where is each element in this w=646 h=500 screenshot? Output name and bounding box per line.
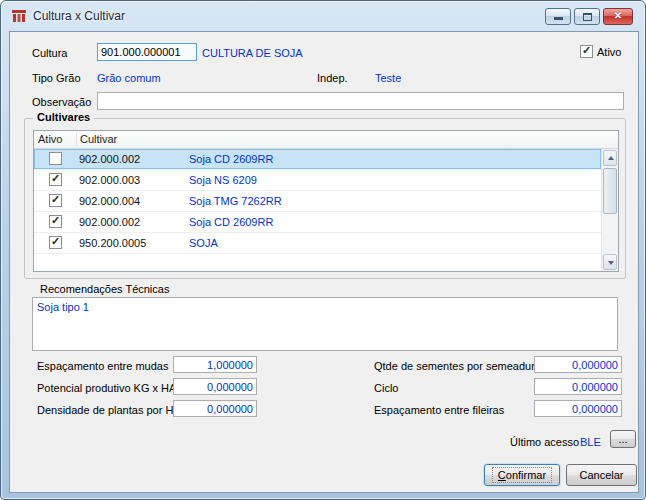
table-row[interactable]: 902.000.002 Soja CD 2609RR	[34, 149, 601, 170]
close-icon: ✕	[604, 10, 632, 21]
row-ativo-checkbox[interactable]	[49, 173, 62, 186]
recomendacoes-textarea[interactable]: Soja tipo 1	[32, 297, 618, 351]
maximize-icon	[583, 13, 592, 21]
close-button[interactable]: ✕	[603, 8, 633, 25]
window-title: Cultura x Cultivar	[33, 9, 125, 23]
qtde-sementes-label: Qtde de sementes por semeadura	[374, 360, 541, 372]
minimize-icon	[554, 17, 563, 20]
cultivar-code: 950.200.0005	[79, 237, 146, 249]
tipo-grao-label: Tipo Grão	[32, 72, 81, 84]
cultivar-code: 902.000.002	[79, 153, 140, 165]
table-row[interactable]: 950.200.0005 SOJA	[34, 233, 601, 254]
cultivares-grid-body: 902.000.002 Soja CD 2609RR 902.000.003 S…	[34, 149, 601, 271]
col-cultivar-header[interactable]: Cultivar	[80, 133, 117, 145]
row-ativo-checkbox[interactable]	[49, 152, 62, 165]
cultivares-groupbox: Cultivares Ativo Cultivar 902.000.002 So…	[24, 118, 626, 279]
ativo-checkbox[interactable]	[580, 45, 593, 58]
cultivar-name: SOJA	[189, 237, 218, 249]
cultivar-name: Soja NS 6209	[189, 174, 257, 186]
dialog-cultura-x-cultivar: Cultura x Cultivar ✕ Cultura CULTURA DE …	[0, 0, 646, 500]
ultimo-acesso-label: Último acesso	[510, 436, 579, 448]
espacamento-mudas-label: Espaçamento entre mudas	[37, 360, 168, 372]
potencial-produtivo-label: Potencial produtivo KG x HA	[37, 382, 176, 394]
densidade-plantas-input[interactable]	[173, 400, 257, 417]
cancel-button[interactable]: Cancelar	[566, 464, 637, 486]
tipo-grao-value: Grão comum	[97, 72, 161, 84]
app-icon	[11, 8, 27, 24]
grid-header: Ativo Cultivar	[34, 131, 618, 149]
dialog-body: Cultura CULTURA DE SOJA Ativo Tipo Grão …	[9, 31, 639, 493]
col-ativo-header[interactable]: Ativo	[38, 133, 62, 145]
header-separator	[76, 133, 77, 146]
potencial-produtivo-input[interactable]	[173, 378, 257, 395]
row-ativo-checkbox[interactable]	[49, 215, 62, 228]
scroll-up-button[interactable]	[603, 150, 617, 166]
cultura-label: Cultura	[32, 47, 67, 59]
maximize-button[interactable]	[574, 8, 600, 25]
vertical-scrollbar[interactable]	[601, 149, 618, 271]
row-ativo-checkbox[interactable]	[49, 236, 62, 249]
ativo-label: Ativo	[597, 46, 621, 58]
minimize-button[interactable]	[545, 8, 571, 25]
scroll-thumb[interactable]	[603, 168, 617, 214]
cultura-description: CULTURA DE SOJA	[202, 47, 303, 59]
ultimo-acesso-value: BLE	[580, 436, 601, 448]
observacao-label: Observação	[32, 96, 91, 108]
titlebar[interactable]: Cultura x Cultivar ✕	[1, 1, 645, 31]
densidade-plantas-label: Densidade de plantas por HA	[37, 404, 181, 416]
qtde-sementes-input[interactable]	[534, 356, 622, 373]
cultivar-code: 902.000.002	[79, 216, 140, 228]
recomendacoes-label: Recomendações Técnicas	[40, 283, 169, 295]
indep-value: Teste	[375, 72, 401, 84]
scroll-down-button[interactable]	[603, 254, 617, 270]
observacao-input[interactable]	[97, 92, 624, 110]
espacamento-mudas-input[interactable]	[173, 356, 257, 373]
cultivar-code: 902.000.003	[79, 174, 140, 186]
cultivar-name: Soja CD 2609RR	[189, 216, 273, 228]
browse-button[interactable]: ...	[610, 430, 636, 448]
table-row[interactable]: 902.000.003 Soja NS 6209	[34, 170, 601, 191]
arrow-down-icon	[608, 261, 614, 265]
ciclo-input[interactable]	[534, 378, 622, 395]
cultivar-name: Soja CD 2609RR	[189, 153, 273, 165]
cultivares-grid: Ativo Cultivar 902.000.002 Soja CD 2609R…	[33, 130, 619, 272]
cultura-input[interactable]	[97, 43, 197, 61]
cultivar-code: 902.000.004	[79, 195, 140, 207]
arrow-up-icon	[608, 156, 614, 160]
ciclo-label: Ciclo	[374, 382, 398, 394]
espacamento-fileiras-input[interactable]	[534, 400, 622, 417]
cultivares-caption: Cultivares	[33, 111, 94, 123]
cultivar-name: Soja TMG 7262RR	[189, 195, 282, 207]
confirm-button[interactable]: Confirmar	[484, 464, 560, 486]
indep-label: Indep.	[317, 72, 348, 84]
espacamento-fileiras-label: Espaçamento entre fileiras	[374, 404, 504, 416]
row-ativo-checkbox[interactable]	[49, 194, 62, 207]
table-row[interactable]: 902.000.004 Soja TMG 7262RR	[34, 191, 601, 212]
table-row[interactable]: 902.000.002 Soja CD 2609RR	[34, 212, 601, 233]
